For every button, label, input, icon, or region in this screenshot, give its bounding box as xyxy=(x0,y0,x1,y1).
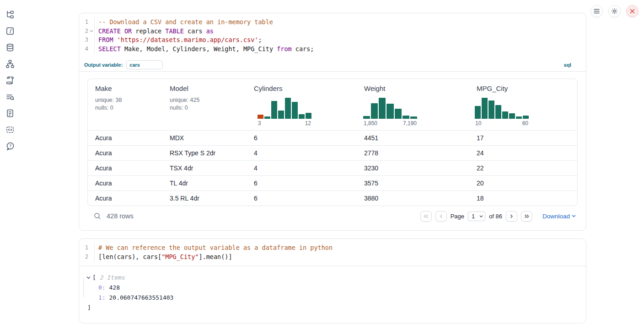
code-text: -- Download a CSV and create an in-memor… xyxy=(95,18,273,27)
sql-cell-output: Make unique: 38nulls: 0 Model unique: 42… xyxy=(79,72,586,230)
histogram-bar xyxy=(271,101,277,119)
item-value: 428 xyxy=(109,284,119,291)
table-row[interactable]: AcuraTSX 4dr4323022 xyxy=(88,160,577,175)
output-variable-label: Output variable: xyxy=(84,62,123,68)
window-controls xyxy=(590,5,639,17)
histogram-bar xyxy=(509,113,515,119)
page-select[interactable]: 1 xyxy=(468,211,485,221)
histogram-bar xyxy=(523,116,529,119)
code-text: SELECT Make, Model, Cylinders, Weight, M… xyxy=(95,45,314,54)
output-variable-input[interactable] xyxy=(126,60,163,69)
column-header-model[interactable]: Model unique: 425nulls: 0 xyxy=(162,85,247,127)
histogram-bar xyxy=(371,103,378,119)
hist-max-label: 12 xyxy=(305,120,311,127)
code-line: 4 SELECT Make, Model, Cylinders, Weight,… xyxy=(79,45,586,54)
list-item: 0: 428 xyxy=(86,283,578,293)
close-icon xyxy=(630,9,635,14)
sql-cell-footer: Output variable: sql xyxy=(79,58,586,72)
cylinders-histogram: 3 12 xyxy=(258,98,311,127)
table-row[interactable]: AcuraMDX6445117 xyxy=(88,130,577,145)
hist-min-label: 10 xyxy=(475,120,481,127)
sidebar: f xyxy=(0,0,20,333)
column-header-make[interactable]: Make unique: 38nulls: 0 xyxy=(88,85,162,127)
histogram-bar xyxy=(299,114,305,119)
shutdown-button[interactable] xyxy=(626,5,639,17)
histogram-bar xyxy=(278,111,284,119)
hamburger-icon xyxy=(594,9,600,14)
code-text: FROM 'https://datasets.marimo.app/cars.c… xyxy=(95,36,262,45)
code-line: 1 # We can reference the output variable… xyxy=(79,243,586,253)
first-page-button[interactable] xyxy=(420,211,432,222)
code-line: 2 [len(cars), cars["MPG_City"].mean()] xyxy=(79,253,586,262)
code-text: CREATE OR replace TABLE cars as xyxy=(95,27,214,36)
mpg-city-histogram: 10 60 xyxy=(475,98,529,127)
settings-button[interactable] xyxy=(608,5,621,17)
table-footer: 428 rows Page 1 of 86 xyxy=(87,206,578,226)
fold-chevron-icon[interactable] xyxy=(88,28,94,34)
previous-page-button[interactable] xyxy=(435,211,447,222)
page-label: Page xyxy=(451,213,464,220)
download-button[interactable]: Download xyxy=(542,213,576,220)
histogram-bar xyxy=(516,116,522,119)
column-header-mpg-city[interactable]: MPG_City 10 60 xyxy=(469,85,578,127)
histogram-bar xyxy=(285,98,291,119)
line-number: 1 xyxy=(79,243,88,253)
table-row[interactable]: Acura3.5 RL 4dr6388018 xyxy=(88,190,577,206)
histogram-bar xyxy=(306,113,311,119)
collapse-chevron-icon[interactable] xyxy=(86,276,91,279)
language-badge: sql xyxy=(564,62,571,68)
next-page-button[interactable] xyxy=(506,211,517,222)
code-line: 3 FROM 'https://datasets.marimo.app/cars… xyxy=(79,36,586,45)
code-text: # We can reference the output variable a… xyxy=(95,243,333,253)
column-header-cylinders[interactable]: Cylinders 3 12 xyxy=(247,85,357,127)
table-row[interactable]: AcuraRSX Type S 2dr4277824 xyxy=(88,145,577,160)
sql-editor[interactable]: 1 -- Download a CSV and create an in-mem… xyxy=(79,13,586,58)
chevrons-left-icon xyxy=(424,214,429,218)
python-editor[interactable]: 1 # We can reference the output variable… xyxy=(79,239,586,266)
column-header-weight[interactable]: Weight 1,850 7,190 xyxy=(357,85,469,127)
list-output: [ 2 Items 0: 428 1: 20.060747663551403 ] xyxy=(79,266,586,323)
histogram-bar xyxy=(363,116,370,119)
histogram-bar xyxy=(410,116,417,119)
item-index: 0: xyxy=(98,284,106,291)
file-explorer-icon[interactable] xyxy=(5,10,15,19)
open-bracket: [ xyxy=(92,273,96,283)
line-number: 4 xyxy=(79,45,88,54)
dependency-graph-icon[interactable] xyxy=(5,59,15,69)
svg-text:?: ? xyxy=(9,143,11,148)
sql-cell: 1 -- Download a CSV and create an in-mem… xyxy=(79,13,586,231)
help-icon[interactable]: ? xyxy=(5,142,15,151)
python-cell: 1 # We can reference the output variable… xyxy=(79,238,586,323)
datasources-icon[interactable] xyxy=(5,43,15,52)
histogram-bar xyxy=(475,106,481,119)
histogram-bar xyxy=(258,115,263,119)
last-page-button[interactable] xyxy=(521,211,532,222)
close-bracket: ] xyxy=(86,303,578,313)
histogram-bar xyxy=(482,98,488,119)
histogram-bar xyxy=(292,102,298,119)
hist-max-label: 7,190 xyxy=(403,120,417,127)
documentation-icon[interactable] xyxy=(5,109,15,118)
chevron-down-icon xyxy=(479,215,483,217)
row-count: 428 rows xyxy=(107,212,134,220)
histogram-bar xyxy=(395,109,402,119)
logs-icon[interactable] xyxy=(5,92,15,101)
histogram-bar xyxy=(488,100,494,119)
line-number: 3 xyxy=(79,36,88,45)
line-number: 1 xyxy=(79,18,88,27)
page-total-label: of 86 xyxy=(489,213,502,220)
menu-button[interactable] xyxy=(590,5,603,17)
line-number: 2 xyxy=(79,253,88,262)
table-row[interactable]: AcuraTL 4dr6357520 xyxy=(88,175,577,190)
data-table: Make unique: 38nulls: 0 Model unique: 42… xyxy=(87,79,578,206)
functions-icon[interactable]: f xyxy=(5,26,15,36)
scratchpad-icon[interactable] xyxy=(5,76,15,85)
snippets-icon[interactable] xyxy=(5,125,15,134)
notebook: 1 -- Download a CSV and create an in-mem… xyxy=(79,13,586,323)
column-stats: unique: 38nulls: 0 xyxy=(95,96,162,112)
hist-min-label: 3 xyxy=(258,120,261,127)
histogram-bar xyxy=(379,98,386,119)
hist-min-label: 1,850 xyxy=(364,120,377,127)
code-line: 2 CREATE OR replace TABLE cars as xyxy=(79,27,586,36)
search-icon[interactable] xyxy=(94,212,101,220)
